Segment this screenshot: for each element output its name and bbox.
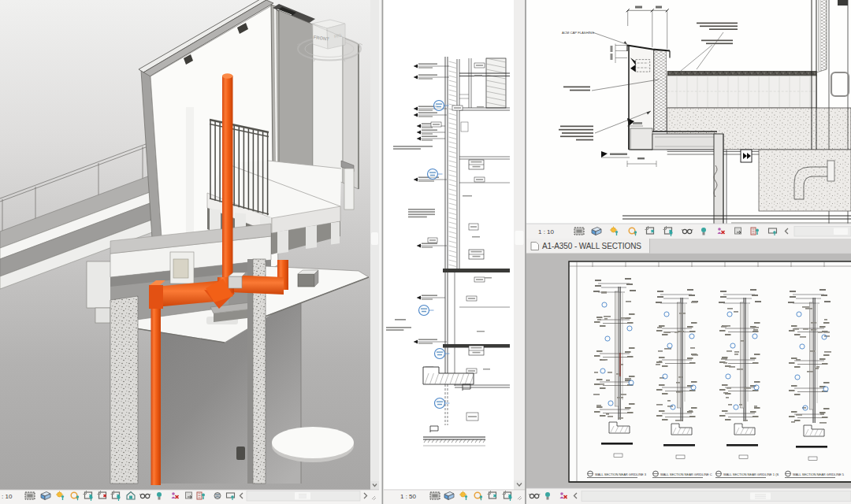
svg-text:WALL SECTION NEAR GRIDLINE 5: WALL SECTION NEAR GRIDLINE 5 [793,472,845,476]
svg-text:WALL SECTION NEAR GRIDLINE C: WALL SECTION NEAR GRIDLINE C [660,472,712,476]
svg-text:WALL SECTION NEAR GRIDLINE 3: WALL SECTION NEAR GRIDLINE 3 [595,472,647,476]
svg-text:WALL SECTION NEAR GRIDLINE 1 (: WALL SECTION NEAR GRIDLINE 1 (S [723,472,779,476]
svg-text:A1-A350 - WALL SECTIONS: A1-A350 - WALL SECTIONS [542,242,641,250]
svg-text:1 : 10: 1 : 10 [538,228,555,235]
svg-text:: 10: : 10 [2,493,13,500]
svg-text:ACM CAP FLASHING: ACM CAP FLASHING [562,31,594,35]
svg-text:1 : 50: 1 : 50 [400,493,417,500]
